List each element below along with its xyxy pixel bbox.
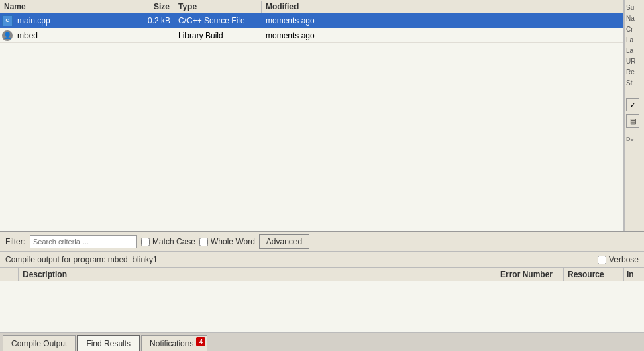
right-btn-2[interactable]: ▤ [626,114,639,128]
compile-output-area: Compile output for program: mbed_blinky1… [0,252,644,332]
tab-notifications[interactable]: Notifications 4 [141,335,207,351]
match-case-label: Match Case [152,237,195,246]
file-modified: moments ago [262,30,342,42]
main-container: Name Size Type Modified C main.cpp 0.2 k… [0,0,644,351]
filter-bar: Filter: Match Case Whole Word Advanced [0,232,644,252]
table-row[interactable]: C main.cpp 0.2 kB C/C++ Source File mome… [0,13,623,28]
whole-word-label: Whole Word [211,237,255,246]
file-icon-cell: 👤 [0,30,15,41]
compile-col-in-header: In [624,268,644,281]
col-header-size: Size [127,1,174,13]
verbose-checkbox[interactable] [598,256,606,264]
table-row[interactable]: 👤 mbed Library Build moments ago [0,28,623,43]
compile-header: Compile output for program: mbed_blinky1… [0,252,644,268]
compile-col-icon-header [0,268,19,281]
file-size: 0.2 kB [127,15,174,27]
tab-compile-output-label: Compile Output [11,339,67,348]
whole-word-checkbox[interactable] [199,238,208,246]
search-input[interactable] [30,235,137,248]
file-table-header: Name Size Type Modified [0,0,623,13]
file-icon-cell: C [0,15,15,26]
file-table-panel: Name Size Type Modified C main.cpp 0.2 k… [0,0,624,231]
right-btn-1[interactable]: ✓ [626,98,639,111]
filter-label: Filter: [5,237,25,246]
right-panel: Su Na Cr La La UR Re St ✓ ▤ De [624,0,644,231]
col-header-modified: Modified [262,1,342,13]
verbose-group: Verbose [598,255,639,264]
col-header-type: Type [174,1,262,13]
compile-col-resource-header: Resource [564,268,624,281]
notifications-badge: 4 [196,337,205,346]
user-icon: 👤 [2,30,13,41]
bottom-tabs: Compile Output Find Results Notification… [0,332,644,351]
right-panel-buttons: ✓ ▤ [625,97,644,129]
advanced-button[interactable]: Advanced [259,234,309,249]
col-header-name: Name [0,1,127,13]
tab-find-results-label: Find Results [86,339,131,348]
whole-word-group: Whole Word [199,237,255,246]
file-table-area: Name Size Type Modified C main.cpp 0.2 k… [0,0,644,232]
tab-find-results[interactable]: Find Results [77,335,140,351]
cpp-icon: C [2,15,13,26]
compile-body [0,281,644,332]
tab-compile-output[interactable]: Compile Output [3,335,76,351]
match-case-group: Match Case [141,237,195,246]
compile-col-error-header: Error Number [496,268,564,281]
file-type: C/C++ Source File [174,15,262,27]
file-modified: moments ago [262,15,342,27]
file-name: main.cpp [15,15,127,27]
file-type: Library Build [174,30,262,42]
tab-notifications-label: Notifications [150,339,193,348]
compile-table-header: Description Error Number Resource In [0,268,644,281]
compile-header-title: Compile output for program: mbed_blinky1 [5,255,158,264]
right-panel-info: Su Na Cr La La UR Re St [625,0,644,91]
file-table-body: C main.cpp 0.2 kB C/C++ Source File mome… [0,13,623,231]
match-case-checkbox[interactable] [141,238,150,246]
compile-col-desc-header: Description [19,268,496,281]
file-name: mbed [15,30,127,42]
file-size [127,34,174,37]
right-panel-de: De [625,134,644,144]
verbose-label: Verbose [609,255,639,264]
